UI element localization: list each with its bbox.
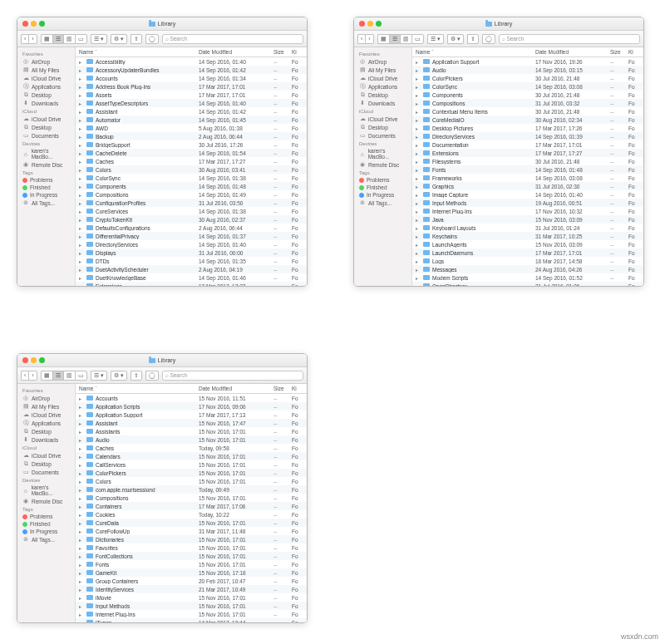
sidebar-item-all-my-files[interactable]: ▤All My Files (17, 402, 75, 410)
table-row[interactable]: ▸Dictionaries 15 Nov 2016, 17:01 -- Fo (76, 535, 307, 543)
disclosure-triangle-icon[interactable]: ▸ (79, 275, 84, 281)
disclosure-triangle-icon[interactable]: ▸ (79, 437, 84, 443)
coverflow-view-button[interactable]: ▭ (75, 371, 87, 381)
sidebar-item-problems[interactable]: Problems (17, 513, 75, 520)
disclosure-triangle-icon[interactable]: ▸ (79, 159, 84, 165)
disclosure-triangle-icon[interactable]: ▸ (79, 537, 84, 543)
table-row[interactable]: ▸GameKit 15 Nov 2016, 17:18 -- Fo (76, 568, 307, 577)
sidebar-item-all-my-files[interactable]: ▤All My Files (17, 66, 75, 74)
table-row[interactable]: ▸Java 15 Nov 2016, 03:09 -- Fo (412, 215, 643, 224)
disclosure-triangle-icon[interactable]: ▸ (79, 84, 84, 90)
col-size[interactable]: Size (610, 49, 628, 55)
disclosure-triangle-icon[interactable]: ▸ (416, 209, 421, 214)
table-row[interactable]: ▸Application Support 17 Mar 2017, 17:13 … (76, 410, 307, 419)
sidebar-item-karen-s-macbo-[interactable]: ⌂karen's MacBo... (17, 147, 75, 160)
col-size[interactable]: Size (273, 386, 292, 391)
table-row[interactable]: ▸ConfigurationProfiles 31 Jul 2016, 03:5… (76, 199, 307, 207)
table-row[interactable]: ▸Contextual Menu Items 30 Jul 2016, 21:4… (412, 107, 643, 116)
table-row[interactable]: ▸CallServices 15 Nov 2016, 17:01 -- Fo (76, 460, 307, 469)
disclosure-triangle-icon[interactable]: ▸ (79, 562, 84, 568)
col-kind[interactable]: Ki (292, 386, 307, 391)
col-date[interactable]: Date Modified (199, 49, 273, 55)
disclosure-triangle-icon[interactable]: ▸ (416, 125, 421, 131)
table-row[interactable]: ▸Accessibility 14 Sep 2016, 01:40 -- Fo (76, 57, 307, 66)
table-row[interactable]: ▸Desktop Pictures 17 Mar 2017, 17:26 -- … (412, 124, 643, 132)
table-row[interactable]: ▸Audio 14 Sep 2016, 03:15 -- Fo (412, 66, 643, 74)
sidebar-item-remote-disc[interactable]: ◉Remote Disc (17, 160, 75, 169)
table-row[interactable]: ▸CoreServices 14 Sep 2016, 01:38 -- Fo (76, 207, 307, 215)
sidebar-item-applications[interactable]: ⒶApplications (17, 82, 75, 91)
table-row[interactable]: ▸Components 30 Jul 2016, 21:48 -- Fo (412, 91, 643, 99)
search-input[interactable]: ⌕ Search (162, 371, 303, 381)
disclosure-triangle-icon[interactable]: ▸ (79, 142, 84, 148)
table-row[interactable]: ▸Input Methods 19 Aug 2016, 00:51 -- Fo (412, 199, 643, 207)
table-row[interactable]: ▸iTunes 14 Mar 2017, 13:44 -- Fo (76, 618, 307, 622)
table-row[interactable]: ▸Favorites 15 Nov 2016, 17:01 -- Fo (76, 543, 307, 552)
sidebar-item-downloads[interactable]: ⬇Downloads (17, 99, 75, 107)
sidebar-item-karen-s-macbo-[interactable]: ⌂karen's MacBo... (17, 484, 75, 497)
table-row[interactable]: ▸Image Capture 14 Sep 2016, 01:40 -- Fo (412, 190, 643, 199)
sidebar-item-icloud-drive[interactable]: ☁iCloud Drive (17, 115, 75, 123)
table-row[interactable]: ▸Containers 17 Mar 2017, 17:06 -- Fo (76, 502, 307, 510)
disclosure-triangle-icon[interactable]: ▸ (79, 578, 84, 584)
disclosure-triangle-icon[interactable]: ▸ (416, 184, 421, 189)
disclosure-triangle-icon[interactable]: ▸ (79, 396, 84, 401)
action-button[interactable]: ⚙ ▾ (447, 34, 464, 44)
table-row[interactable]: ▸DirectoryServices 14 Sep 2016, 01:39 --… (412, 132, 643, 140)
table-row[interactable]: ▸Assets 17 Mar 2017, 17:01 -- Fo (76, 91, 307, 99)
disclosure-triangle-icon[interactable]: ▸ (416, 192, 421, 198)
disclosure-triangle-icon[interactable]: ▸ (416, 283, 421, 287)
disclosure-triangle-icon[interactable]: ▸ (79, 192, 84, 198)
table-row[interactable]: ▸DirectoryServices 14 Sep 2016, 01:40 --… (76, 240, 307, 248)
disclosure-triangle-icon[interactable]: ▸ (79, 603, 84, 609)
table-row[interactable]: ▸DifferentialPrivacy 14 Sep 2016, 01:37 … (76, 232, 307, 240)
disclosure-triangle-icon[interactable]: ▸ (416, 225, 421, 231)
arrange-button[interactable]: ☰ ▾ (91, 34, 107, 44)
sidebar-item-all-tags-[interactable]: ⊚All Tags... (354, 199, 411, 207)
disclosure-triangle-icon[interactable]: ▸ (416, 109, 421, 115)
table-row[interactable]: ▸LaunchAgents 15 Nov 2016, 03:09 -- Fo (412, 240, 643, 248)
sidebar-item-all-my-files[interactable]: ▤All My Files (354, 66, 411, 74)
disclosure-triangle-icon[interactable]: ▸ (79, 117, 84, 123)
sidebar-item-in-progress[interactable]: In Progress (17, 191, 75, 199)
col-name[interactable]: Name ˄ (76, 49, 199, 55)
action-button[interactable]: ⚙ ▾ (111, 371, 127, 381)
sidebar-item-downloads[interactable]: ⬇Downloads (17, 435, 75, 444)
disclosure-triangle-icon[interactable]: ▸ (416, 167, 421, 173)
tags-button[interactable]: ◯ (145, 371, 159, 381)
disclosure-triangle-icon[interactable]: ▸ (79, 612, 84, 617)
table-row[interactable]: ▸Input Methods 15 Nov 2016, 17:01 -- Fo (76, 602, 307, 610)
col-kind[interactable]: Ki (292, 49, 307, 55)
disclosure-triangle-icon[interactable]: ▸ (79, 420, 84, 426)
table-row[interactable]: ▸Application Support 17 Nov 2016, 19:26 … (412, 57, 643, 66)
table-row[interactable]: ▸DuetKnowledgeBase 14 Sep 2016, 01:46 --… (76, 273, 307, 282)
table-row[interactable]: ▸Group Containers 20 Feb 2017, 10:47 -- … (76, 577, 307, 585)
sidebar-item-desktop[interactable]: ⧉Desktop (354, 123, 411, 131)
table-row[interactable]: ▸Compositions 15 Nov 2016, 17:01 -- Fo (76, 494, 307, 502)
table-row[interactable]: ▸Application Scripts 17 Nov 2016, 09:06 … (76, 402, 307, 410)
back-button[interactable]: ‹ (21, 371, 28, 381)
sidebar-item-remote-disc[interactable]: ◉Remote Disc (17, 497, 75, 505)
table-row[interactable]: ▸Extensions 17 Mar 2017, 17:27 -- Fo (76, 282, 307, 286)
table-row[interactable]: ▸DTDs 14 Sep 2016, 01:35 -- Fo (76, 257, 307, 265)
table-row[interactable]: ▸com.apple.nsurlsessiond Today, 09:49 --… (76, 485, 307, 494)
table-row[interactable]: ▸DefaultsConfigurations 2 Aug 2016, 06:4… (76, 224, 307, 232)
disclosure-triangle-icon[interactable]: ▸ (79, 109, 84, 115)
disclosure-triangle-icon[interactable]: ▸ (416, 217, 421, 223)
back-button[interactable]: ‹ (21, 34, 28, 44)
disclosure-triangle-icon[interactable]: ▸ (79, 470, 84, 476)
sidebar-item-documents[interactable]: ▭Documents (354, 131, 411, 140)
sidebar-item-desktop[interactable]: ⧉Desktop (17, 91, 75, 99)
sidebar-item-documents[interactable]: ▭Documents (17, 468, 75, 476)
table-row[interactable]: ▸Caches 17 Mar 2017, 17:27 -- Fo (76, 157, 307, 165)
table-row[interactable]: ▸AssetTypeDescriptors 14 Sep 2016, 01:40… (76, 99, 307, 107)
sidebar-item-airdrop[interactable]: ◎AirDrop (354, 57, 411, 66)
disclosure-triangle-icon[interactable]: ▸ (79, 595, 84, 601)
table-row[interactable]: ▸ColorSync 14 Sep 2016, 01:38 -- Fo (76, 174, 307, 182)
disclosure-triangle-icon[interactable]: ▸ (79, 217, 84, 223)
disclosure-triangle-icon[interactable]: ▸ (79, 520, 84, 526)
table-row[interactable]: ▸Automator 14 Sep 2016, 01:45 -- Fo (76, 116, 307, 124)
table-row[interactable]: ▸Internet Plug-Ins 17 Nov 2016, 10:32 --… (412, 207, 643, 215)
disclosure-triangle-icon[interactable]: ▸ (79, 412, 84, 418)
table-row[interactable]: ▸BridgeSupport 30 Jul 2016, 17:26 -- Fo (76, 140, 307, 149)
